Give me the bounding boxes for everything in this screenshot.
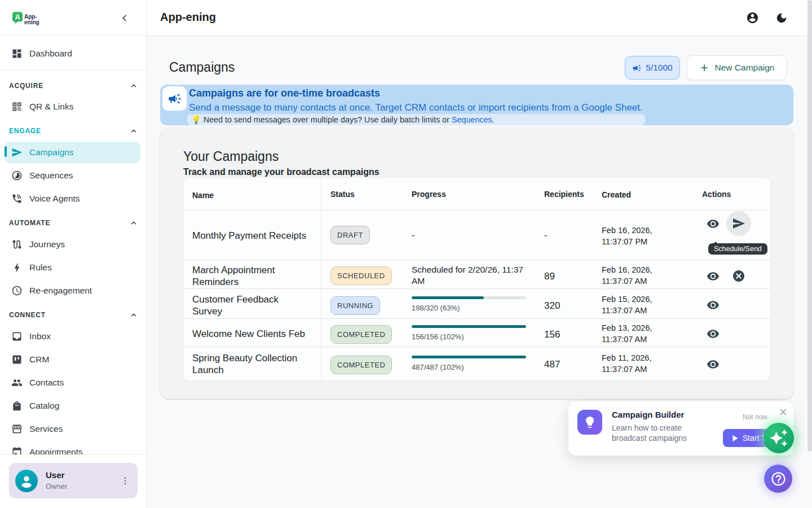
svg-text:A: A [15,13,20,21]
